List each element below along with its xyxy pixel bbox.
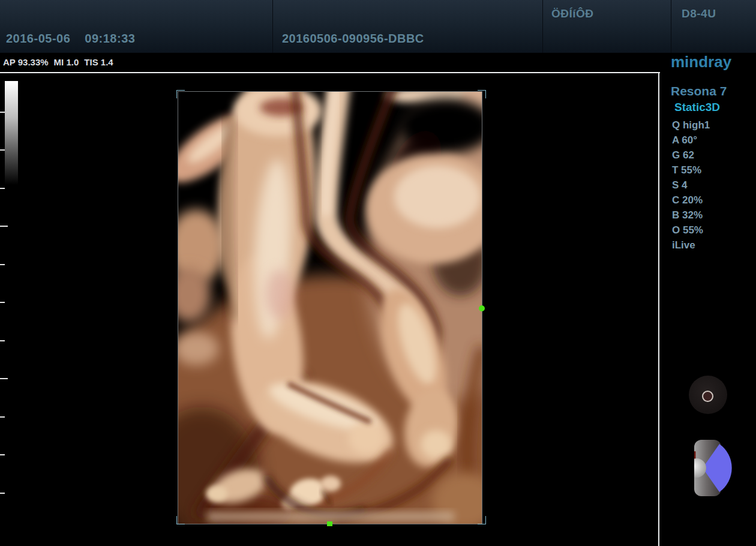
image-display-area [0, 72, 660, 546]
depth-ruler-tick [0, 112, 5, 113]
voi-corner-bracket [176, 516, 185, 524]
probe-label: D8-4U [671, 7, 756, 20]
depth-ruler-tick [0, 416, 5, 418]
exam-type-cell: ÖÐÍíÔÐ [543, 0, 671, 53]
voi-handle-right[interactable] [479, 305, 485, 311]
voi-handle-bottom[interactable] [327, 521, 332, 526]
volume-render-region[interactable] [178, 91, 482, 524]
exam-time: 09:18:33 [85, 32, 135, 45]
mi-value: MI 1.0 [54, 57, 79, 67]
voi-corner-bracket [478, 90, 486, 98]
param-ilive: iLive [672, 238, 710, 253]
voi-corner-bracket [176, 90, 185, 98]
param-brightness: B 32% [672, 208, 710, 223]
exam-type-label: ÖÐÍíÔÐ [543, 7, 671, 20]
exam-id: 20160506-090956-DBBC [273, 32, 542, 46]
acoustic-output-readout: AP 93.33%MI 1.0TIS 1.4 [3, 57, 119, 67]
depth-ruler-tick [0, 302, 5, 303]
fetal-3d-render [178, 92, 482, 524]
exam-date: 2016-05-06 [6, 32, 70, 45]
param-gain: G 62 [672, 148, 710, 163]
mindray-logo: mindray [671, 53, 731, 71]
param-contrast: C 20% [672, 193, 710, 208]
param-smooth: S 4 [672, 178, 710, 193]
display-right-border [658, 72, 659, 546]
system-model-label: Resona 7 [671, 84, 727, 98]
datetime-cell: 2016-05-0609:18:33 [0, 0, 273, 53]
depth-ruler-tick [0, 493, 5, 494]
probe-orientation-icon [693, 438, 735, 498]
imaging-mode-label: Static3D [674, 101, 720, 114]
patient-info-bar: 2016-05-0609:18:33 20160506-090956-DBBC … [0, 0, 756, 53]
exam-id-cell: 20160506-090956-DBBC [273, 0, 543, 53]
param-quality: Q high1 [672, 118, 710, 133]
depth-ruler-tick [0, 149, 5, 151]
depth-ruler-tick [0, 226, 8, 227]
grayscale-map-bar [5, 81, 18, 185]
trackball-dot-icon [702, 391, 713, 402]
depth-ruler-tick [0, 454, 5, 455]
display-top-border [0, 72, 660, 73]
probe-cell: D8-4U [671, 0, 756, 53]
image-parameter-list: Q high1 A 60° G 62 T 55% S 4 C 20% B 32%… [672, 118, 710, 253]
depth-ruler-tick [0, 188, 5, 189]
acoustic-power-value: AP 93.33% [3, 57, 49, 67]
depth-ruler-tick [0, 264, 5, 265]
param-opacity: O 55% [672, 223, 710, 238]
param-angle: A 60° [672, 133, 710, 148]
depth-ruler-tick [0, 340, 5, 341]
ultrasound-screen: 2016-05-0609:18:33 20160506-090956-DBBC … [0, 0, 756, 546]
tis-value: TIS 1.4 [84, 57, 113, 67]
param-threshold: T 55% [672, 163, 710, 178]
acoustic-status-bar: AP 93.33%MI 1.0TIS 1.4 mindray [0, 53, 756, 72]
parameter-sidebar: Resona 7 Static3D Q high1 A 60° G 62 T 5… [660, 72, 756, 546]
trackball-indicator [689, 376, 727, 414]
depth-ruler-tick [0, 378, 8, 379]
voi-corner-bracket [478, 516, 486, 524]
